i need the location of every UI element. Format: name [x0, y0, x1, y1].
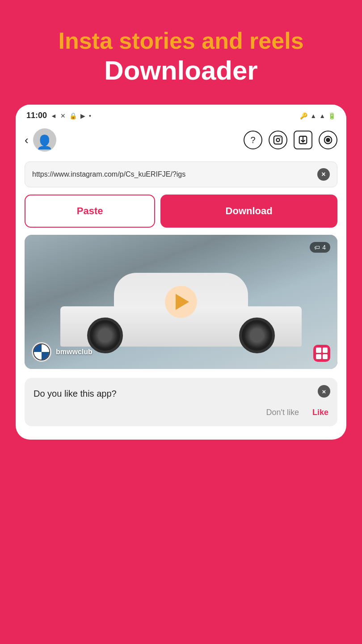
status-bar: 11:00 ◄ ✕ 🔒 ▶ • 🔑 ▲ ▲ 🔋 [16, 105, 346, 124]
url-clear-button[interactable]: × [317, 168, 330, 181]
video-background: 🏷 4 bmwwclub [25, 235, 337, 369]
rating-actions: Don't like Like [34, 408, 328, 417]
phone-card: 11:00 ◄ ✕ 🔒 ▶ • 🔑 ▲ ▲ 🔋 ‹ 👤 ? [16, 105, 346, 440]
video-preview: 🏷 4 bmwwclub [25, 235, 337, 369]
download-icon [298, 135, 308, 145]
car-wheel-right [239, 318, 275, 353]
back-button[interactable]: ‹ [25, 134, 29, 146]
key-icon: 🔑 [300, 112, 307, 119]
app-header: Insta stories and reels Downloader [58, 27, 303, 87]
paste-button[interactable]: Paste [25, 195, 155, 228]
instagram-icon [273, 135, 283, 145]
url-text: https://www.instagram.com/p/Cs_kuERIFJE/… [32, 170, 314, 178]
wifi-icon: ▲ [310, 112, 316, 119]
app-bar-right: ? [244, 131, 337, 149]
url-bar-wrap: https://www.instagram.com/p/Cs_kuERIFJE/… [16, 158, 346, 195]
help-button[interactable]: ? [244, 131, 262, 149]
bmw-q3 [34, 352, 42, 360]
grid-dot-4 [323, 354, 328, 360]
status-right: 🔑 ▲ ▲ 🔋 [300, 112, 336, 119]
record-icon [323, 135, 333, 145]
header-line2: Downloader [58, 55, 303, 87]
media-count-badge: 🏷 4 [310, 242, 330, 253]
svg-point-1 [276, 139, 279, 142]
question-icon: ? [250, 135, 255, 145]
lock-icon: 🔒 [69, 112, 77, 119]
status-time: 11:00 [26, 111, 47, 120]
battery-icon: 🔋 [328, 112, 336, 119]
svg-point-5 [326, 139, 329, 142]
media-count: 4 [322, 244, 326, 251]
tag-icon: 🏷 [314, 244, 320, 251]
bmw-q2 [42, 344, 49, 352]
action-buttons: Paste Download [16, 195, 346, 235]
rating-question: Do you like this app? [34, 389, 328, 399]
bmw-logo-inner [33, 343, 50, 360]
channel-name: bmwwclub [56, 348, 93, 356]
car-wheel-left [87, 318, 123, 353]
like-button[interactable]: Like [312, 408, 328, 417]
close-icon: × [322, 388, 326, 395]
bmw-q1 [34, 344, 42, 352]
svg-rect-0 [274, 136, 282, 144]
dont-like-button[interactable]: Don't like [266, 408, 299, 417]
play-button[interactable] [165, 286, 197, 318]
clear-icon: × [321, 171, 325, 178]
play-triangle-icon [176, 294, 189, 310]
grid-dot-1 [316, 347, 321, 353]
record-button[interactable] [319, 131, 337, 149]
grid-dot-3 [316, 354, 321, 360]
nav-icon: ◄ [51, 112, 57, 119]
instagram-button[interactable] [269, 131, 287, 149]
app-bar-left: ‹ 👤 [25, 128, 56, 152]
bmw-logo [33, 343, 50, 360]
dot-icon: • [89, 112, 91, 119]
svg-point-2 [280, 137, 281, 138]
bmw-q4 [42, 352, 49, 360]
status-left: 11:00 ◄ ✕ 🔒 ▶ • [26, 111, 91, 120]
signal-icon: ▲ [319, 112, 325, 119]
x-icon: ✕ [60, 112, 66, 119]
channel-info: bmwwclub [32, 342, 93, 362]
header-line1: Insta stories and reels [58, 27, 303, 55]
download-to-device-button[interactable] [294, 131, 312, 149]
avatar: 👤 [33, 128, 56, 152]
app-bar: ‹ 👤 ? [16, 124, 346, 158]
grid-dot-2 [323, 347, 328, 353]
play-store-icon: ▶ [80, 112, 85, 119]
person-icon: 👤 [36, 134, 53, 150]
grid-view-button[interactable] [313, 345, 330, 362]
download-button[interactable]: Download [160, 195, 337, 228]
url-bar[interactable]: https://www.instagram.com/p/Cs_kuERIFJE/… [25, 161, 337, 187]
channel-logo [32, 342, 51, 362]
rating-card: × Do you like this app? Don't like Like [25, 378, 337, 426]
